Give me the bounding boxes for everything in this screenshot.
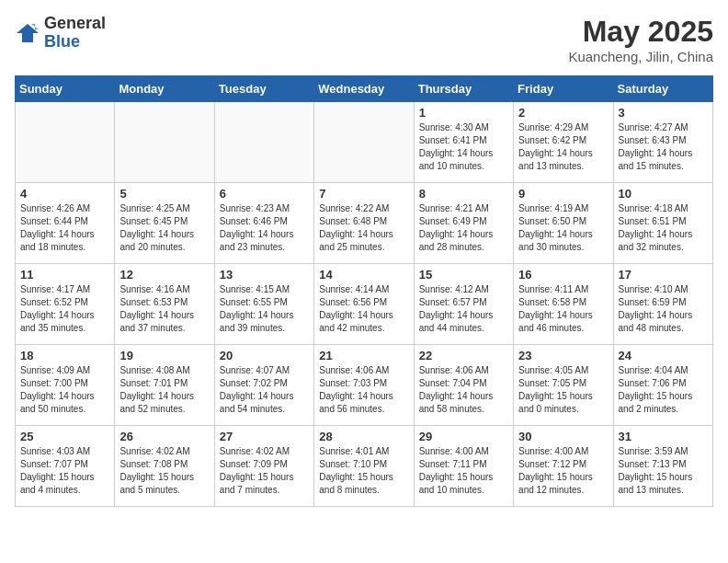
day-info: Sunrise: 4:22 AM Sunset: 6:48 PM Dayligh… xyxy=(319,202,408,254)
day-number: 25 xyxy=(20,430,109,443)
day-number: 15 xyxy=(419,268,508,282)
day-info: Sunrise: 4:06 AM Sunset: 7:03 PM Dayligh… xyxy=(319,364,408,416)
day-number: 16 xyxy=(518,268,608,282)
day-number: 19 xyxy=(119,349,209,362)
day-info: Sunrise: 4:16 AM Sunset: 6:53 PM Dayligh… xyxy=(119,283,209,335)
calendar-cell: 28Sunrise: 4:01 AM Sunset: 7:10 PM Dayli… xyxy=(314,426,414,507)
calendar-cell: 9Sunrise: 4:19 AM Sunset: 6:50 PM Daylig… xyxy=(514,183,613,264)
day-number: 10 xyxy=(619,187,708,201)
calendar-cell: 16Sunrise: 4:11 AM Sunset: 6:58 PM Dayli… xyxy=(514,264,613,345)
calendar-cell: 3Sunrise: 4:27 AM Sunset: 6:43 PM Daylig… xyxy=(613,102,712,183)
day-number: 20 xyxy=(220,349,309,362)
day-number: 12 xyxy=(119,268,209,282)
day-info: Sunrise: 4:27 AM Sunset: 6:43 PM Dayligh… xyxy=(619,121,708,173)
calendar-cell: 19Sunrise: 4:08 AM Sunset: 7:01 PM Dayli… xyxy=(115,345,214,426)
calendar-week-row: 11Sunrise: 4:17 AM Sunset: 6:52 PM Dayli… xyxy=(16,264,713,345)
weekday-header: Wednesday xyxy=(314,76,414,102)
day-number: 6 xyxy=(220,187,309,201)
day-info: Sunrise: 4:01 AM Sunset: 7:10 PM Dayligh… xyxy=(319,445,408,497)
calendar-cell: 31Sunrise: 3:59 AM Sunset: 7:13 PM Dayli… xyxy=(613,426,712,507)
calendar-cell: 26Sunrise: 4:02 AM Sunset: 7:08 PM Dayli… xyxy=(115,426,214,507)
day-info: Sunrise: 4:00 AM Sunset: 7:12 PM Dayligh… xyxy=(518,445,608,497)
weekday-header: Monday xyxy=(115,76,214,102)
day-number: 14 xyxy=(319,268,408,282)
month-title: May 2025 xyxy=(568,15,713,49)
day-info: Sunrise: 4:14 AM Sunset: 6:56 PM Dayligh… xyxy=(319,283,408,335)
weekday-header: Sunday xyxy=(16,76,115,102)
day-info: Sunrise: 4:30 AM Sunset: 6:41 PM Dayligh… xyxy=(419,121,508,173)
day-info: Sunrise: 4:08 AM Sunset: 7:01 PM Dayligh… xyxy=(119,364,209,416)
day-number: 23 xyxy=(518,349,608,362)
logo-icon xyxy=(15,20,40,46)
day-info: Sunrise: 4:26 AM Sunset: 6:44 PM Dayligh… xyxy=(20,202,109,254)
day-number: 7 xyxy=(319,187,408,201)
day-info: Sunrise: 4:18 AM Sunset: 6:51 PM Dayligh… xyxy=(619,202,708,254)
day-info: Sunrise: 4:03 AM Sunset: 7:07 PM Dayligh… xyxy=(20,445,109,497)
weekday-header: Saturday xyxy=(613,76,712,102)
calendar-cell: 7Sunrise: 4:22 AM Sunset: 6:48 PM Daylig… xyxy=(314,183,414,264)
logo-text: General Blue xyxy=(44,15,106,52)
calendar-cell: 11Sunrise: 4:17 AM Sunset: 6:52 PM Dayli… xyxy=(16,264,115,345)
day-number: 28 xyxy=(319,430,408,443)
calendar-cell: 25Sunrise: 4:03 AM Sunset: 7:07 PM Dayli… xyxy=(16,426,115,507)
day-number: 13 xyxy=(220,268,309,282)
day-info: Sunrise: 4:00 AM Sunset: 7:11 PM Dayligh… xyxy=(419,445,508,497)
calendar-cell: 29Sunrise: 4:00 AM Sunset: 7:11 PM Dayli… xyxy=(414,426,513,507)
day-number: 21 xyxy=(319,349,408,362)
calendar-cell: 12Sunrise: 4:16 AM Sunset: 6:53 PM Dayli… xyxy=(115,264,214,345)
day-number: 2 xyxy=(518,106,608,120)
calendar-cell xyxy=(214,102,313,183)
calendar-cell: 14Sunrise: 4:14 AM Sunset: 6:56 PM Dayli… xyxy=(314,264,414,345)
day-info: Sunrise: 4:02 AM Sunset: 7:08 PM Dayligh… xyxy=(119,445,209,497)
weekday-header: Tuesday xyxy=(214,76,313,102)
calendar-cell: 15Sunrise: 4:12 AM Sunset: 6:57 PM Dayli… xyxy=(414,264,513,345)
calendar-cell xyxy=(16,102,115,183)
day-info: Sunrise: 4:11 AM Sunset: 6:58 PM Dayligh… xyxy=(518,283,608,335)
day-info: Sunrise: 4:15 AM Sunset: 6:55 PM Dayligh… xyxy=(220,283,309,335)
day-info: Sunrise: 4:23 AM Sunset: 6:46 PM Dayligh… xyxy=(220,202,309,254)
day-number: 27 xyxy=(220,430,309,443)
calendar-cell: 23Sunrise: 4:05 AM Sunset: 7:05 PM Dayli… xyxy=(514,345,613,426)
calendar-cell: 24Sunrise: 4:04 AM Sunset: 7:06 PM Dayli… xyxy=(613,345,712,426)
svg-marker-0 xyxy=(17,24,39,42)
day-number: 5 xyxy=(119,187,209,201)
day-info: Sunrise: 4:29 AM Sunset: 6:42 PM Dayligh… xyxy=(518,121,608,173)
calendar-cell: 10Sunrise: 4:18 AM Sunset: 6:51 PM Dayli… xyxy=(613,183,712,264)
day-info: Sunrise: 4:10 AM Sunset: 6:59 PM Dayligh… xyxy=(619,283,708,335)
day-number: 24 xyxy=(619,349,708,362)
day-number: 11 xyxy=(20,268,109,282)
calendar-week-row: 18Sunrise: 4:09 AM Sunset: 7:00 PM Dayli… xyxy=(16,345,713,426)
calendar-cell: 5Sunrise: 4:25 AM Sunset: 6:45 PM Daylig… xyxy=(115,183,214,264)
day-info: Sunrise: 4:02 AM Sunset: 7:09 PM Dayligh… xyxy=(220,445,309,497)
calendar-cell: 17Sunrise: 4:10 AM Sunset: 6:59 PM Dayli… xyxy=(613,264,712,345)
calendar-table: SundayMondayTuesdayWednesdayThursdayFrid… xyxy=(15,75,713,507)
day-number: 22 xyxy=(419,349,508,362)
calendar-cell: 20Sunrise: 4:07 AM Sunset: 7:02 PM Dayli… xyxy=(214,345,313,426)
day-number: 31 xyxy=(619,430,708,443)
calendar-cell: 2Sunrise: 4:29 AM Sunset: 6:42 PM Daylig… xyxy=(514,102,613,183)
calendar-week-row: 1Sunrise: 4:30 AM Sunset: 6:41 PM Daylig… xyxy=(16,102,713,183)
logo: General Blue xyxy=(15,15,106,52)
day-number: 9 xyxy=(518,187,608,201)
calendar-cell: 30Sunrise: 4:00 AM Sunset: 7:12 PM Dayli… xyxy=(514,426,613,507)
calendar-cell xyxy=(115,102,214,183)
location: Kuancheng, Jilin, China xyxy=(568,49,713,64)
calendar-cell: 8Sunrise: 4:21 AM Sunset: 6:49 PM Daylig… xyxy=(414,183,513,264)
day-info: Sunrise: 4:17 AM Sunset: 6:52 PM Dayligh… xyxy=(20,283,109,335)
calendar-week-row: 25Sunrise: 4:03 AM Sunset: 7:07 PM Dayli… xyxy=(16,426,713,507)
calendar-cell xyxy=(314,102,414,183)
logo-general: General xyxy=(44,15,106,33)
calendar-cell: 1Sunrise: 4:30 AM Sunset: 6:41 PM Daylig… xyxy=(414,102,513,183)
calendar-cell: 27Sunrise: 4:02 AM Sunset: 7:09 PM Dayli… xyxy=(214,426,313,507)
calendar-cell: 21Sunrise: 4:06 AM Sunset: 7:03 PM Dayli… xyxy=(314,345,414,426)
day-number: 18 xyxy=(20,349,109,362)
calendar-cell: 4Sunrise: 4:26 AM Sunset: 6:44 PM Daylig… xyxy=(16,183,115,264)
calendar-cell: 6Sunrise: 4:23 AM Sunset: 6:46 PM Daylig… xyxy=(214,183,313,264)
day-info: Sunrise: 4:19 AM Sunset: 6:50 PM Dayligh… xyxy=(518,202,608,254)
day-number: 26 xyxy=(119,430,209,443)
day-info: Sunrise: 4:05 AM Sunset: 7:05 PM Dayligh… xyxy=(518,364,608,416)
day-info: Sunrise: 4:07 AM Sunset: 7:02 PM Dayligh… xyxy=(220,364,309,416)
day-number: 30 xyxy=(518,430,608,443)
day-number: 17 xyxy=(619,268,708,282)
day-info: Sunrise: 4:21 AM Sunset: 6:49 PM Dayligh… xyxy=(419,202,508,254)
